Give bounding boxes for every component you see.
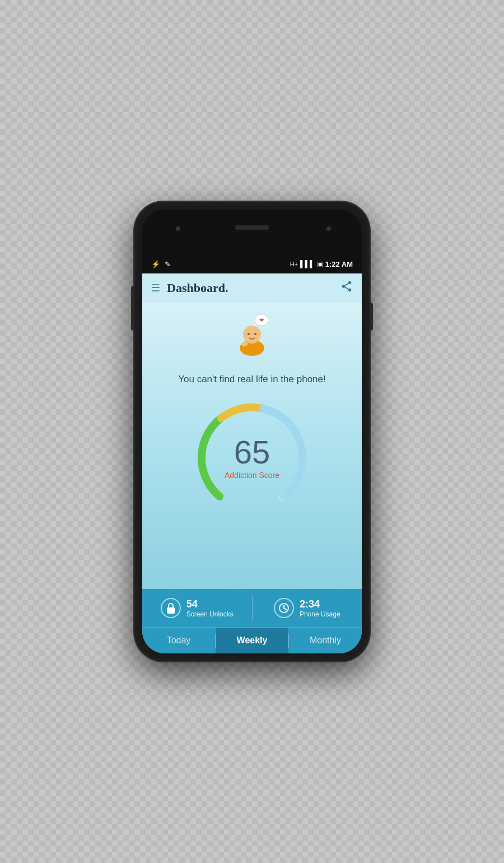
monk-illustration: ❤ [232, 313, 272, 365]
monk-emoji: ❤ [232, 313, 272, 365]
unlocks-value: 54 [186, 598, 234, 610]
svg-point-9 [243, 326, 261, 344]
status-bar: ⚡ ✎ H+ ▌▌▌ ▣ 1:22 AM [142, 254, 362, 273]
svg-point-10 [248, 333, 250, 335]
phone-screen: ⚡ ✎ H+ ▌▌▌ ▣ 1:22 AM ☰ Dashboard. [142, 210, 362, 653]
svg-line-3 [345, 287, 348, 289]
today-label: Today [167, 635, 191, 645]
status-left-icons: ⚡ ✎ [151, 260, 171, 268]
addiction-score-gauge: 65 Addiction Score [190, 396, 314, 519]
usage-value: 2:34 [300, 598, 340, 610]
hamburger-menu-icon[interactable]: ☰ [151, 282, 160, 294]
addiction-score-label: Addiction Score [225, 471, 279, 480]
usage-text: 2:34 Phone Usage [300, 598, 340, 618]
clock-icon [274, 598, 294, 618]
tab-weekly[interactable]: Weekly [216, 628, 288, 653]
tab-today[interactable]: Today [142, 628, 215, 653]
app-title: Dashboard. [167, 281, 228, 295]
main-content: ❤ [142, 302, 362, 589]
unlocks-label: Screen Unlocks [186, 610, 234, 618]
app-screen: ☰ Dashboard. [142, 273, 362, 653]
time-display: 1:22 AM [325, 260, 353, 268]
earpiece-speaker [235, 225, 269, 230]
front-camera-dot [176, 226, 180, 231]
addiction-score-value: 65 [225, 436, 279, 468]
edit-icon: ✎ [165, 260, 171, 268]
svg-point-1 [342, 285, 346, 288]
tab-monthly[interactable]: Monthly [289, 628, 362, 653]
svg-rect-17 [167, 607, 175, 614]
signal-bars-icon: ▌▌▌ [300, 260, 315, 268]
header-left: ☰ Dashboard. [151, 281, 228, 295]
status-right-icons: H+ ▌▌▌ ▣ 1:22 AM [290, 260, 353, 268]
screen-unlocks-stat: 54 Screen Unlocks [142, 596, 253, 620]
svg-point-0 [348, 281, 352, 285]
svg-line-4 [345, 284, 348, 286]
svg-text:❤: ❤ [259, 317, 264, 323]
top-bezel [142, 210, 362, 254]
phone-usage-stat: 2:34 Phone Usage [253, 596, 362, 620]
svg-point-2 [348, 289, 352, 292]
front-camera [326, 226, 331, 231]
usb-icon: ⚡ [151, 260, 160, 268]
phone-frame: ⚡ ✎ H+ ▌▌▌ ▣ 1:22 AM ☰ Dashboard. [134, 202, 370, 661]
svg-line-20 [284, 608, 286, 610]
usage-label: Phone Usage [300, 610, 340, 618]
battery-icon: ▣ [317, 260, 323, 268]
gauge-center: 65 Addiction Score [225, 436, 279, 480]
monthly-label: Monthly [310, 635, 341, 645]
app-header: ☰ Dashboard. [142, 273, 362, 302]
tab-bar: Today Weekly Monthly [142, 627, 362, 653]
svg-point-11 [254, 333, 256, 335]
share-icon[interactable] [340, 280, 353, 295]
hplus-icon: H+ [290, 261, 298, 267]
unlocks-text: 54 Screen Unlocks [186, 598, 234, 618]
stats-bar: 54 Screen Unlocks 2:34 Phone Us [142, 589, 362, 627]
motivational-quote: You can't find real life in the phone! [178, 374, 325, 385]
weekly-label: Weekly [237, 635, 268, 645]
lock-icon [161, 598, 181, 618]
